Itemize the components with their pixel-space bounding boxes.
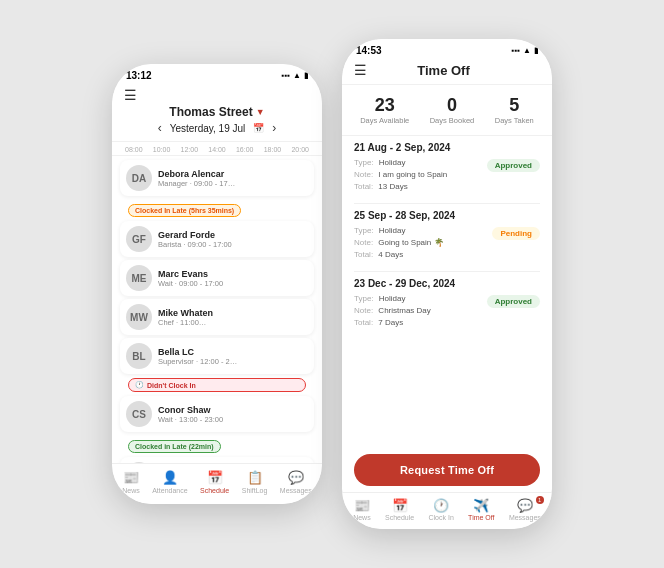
schedule-icon: 📅: [207, 470, 223, 485]
right-nav-clockin[interactable]: 🕐 Clock In: [429, 498, 454, 521]
signal-icon: ▪▪▪: [282, 71, 291, 80]
entry-note-value: Going to Spain 🌴: [378, 238, 443, 247]
right-nav-messages[interactable]: 💬 1 Messages: [509, 498, 541, 521]
entry-type-value: Holiday: [379, 158, 406, 167]
note-label: Note:: [354, 170, 373, 179]
entry-total-value: 4 Days: [378, 250, 403, 259]
late-badge: Clocked In Late (5hrs 35mins): [128, 204, 241, 217]
divider-1: [354, 203, 540, 204]
schedule-icon: 📅: [392, 498, 408, 513]
entry-type-1: Type: Holiday: [354, 157, 487, 169]
stat-taken: 5 Days Taken: [495, 95, 534, 125]
stat-booked: 0 Days Booked: [430, 95, 475, 125]
employee-name: Gerard Forde: [158, 230, 308, 240]
nav-label: News: [353, 514, 371, 521]
entry-row-1: Type: Holiday Note: I am going to Spain …: [354, 157, 540, 193]
schedule-info: Mike Whaten Chef · 11:00…: [158, 308, 308, 327]
timeline-hours: 08:00 10:00 12:00 14:00 16:00 18:00 20:0…: [112, 142, 322, 156]
entry-date-3: 23 Dec - 29 Dec, 2024: [354, 278, 540, 289]
entry-note-value: I am going to Spain: [378, 170, 447, 179]
entry-details-2: Type: Holiday Note: Going to Spain 🌴 Tot…: [354, 225, 492, 261]
avatar: DA: [126, 165, 152, 191]
nav-news[interactable]: 📰 News: [122, 470, 140, 494]
time-off-entries: 21 Aug - 2 Sep, 2024 Type: Holiday Note:…: [342, 136, 552, 446]
right-nav-news[interactable]: 📰 News: [353, 498, 371, 521]
nav-messages[interactable]: 💬 Messages: [280, 470, 312, 494]
nav-shiftlog[interactable]: 📋 ShiftLog: [242, 470, 268, 494]
hour-1400: 14:00: [203, 146, 231, 153]
next-day-button[interactable]: ›: [272, 121, 276, 135]
stat-booked-label: Days Booked: [430, 116, 475, 125]
clock-icon: 🕐: [135, 381, 144, 389]
employee-name: Mike Whaten: [158, 308, 308, 318]
schedule-info: Conor Shaw Wait · 13:00 - 23:00: [158, 405, 308, 424]
list-item[interactable]: ME Marc Evans Wait · 09:00 - 17:00: [120, 260, 314, 296]
right-header: ☰ Time Off: [342, 58, 552, 85]
hour-2000: 20:00: [286, 146, 314, 153]
role-time: Manager · 09:00 - 17…: [158, 179, 308, 188]
right-status-time: 14:53: [356, 45, 382, 56]
location-title[interactable]: Thomas Street ▼: [169, 105, 264, 119]
entry-total-1: Total: 13 Days: [354, 181, 487, 193]
badge-clocked-in-late-orange: Clocked In Late (5hrs 35mins): [120, 199, 314, 218]
right-nav-timeoff[interactable]: ✈️ Time Off: [468, 498, 494, 521]
shiftlog-icon: 📋: [247, 470, 263, 485]
right-nav-schedule[interactable]: 📅 Schedule: [385, 498, 414, 521]
left-screen: 13:12 ▪▪▪ ▲ ▮ ☰ Thomas Street ▼ ‹ Yester…: [112, 64, 322, 504]
entry-type-value: Holiday: [379, 294, 406, 303]
list-item[interactable]: DA Debora Alencar Manager · 09:00 - 17…: [120, 160, 314, 196]
hour-0800: 08:00: [120, 146, 148, 153]
schedule-list: DA Debora Alencar Manager · 09:00 - 17… …: [112, 156, 322, 463]
attendance-icon: 👤: [162, 470, 178, 485]
time-off-entry-2[interactable]: 25 Sep - 28 Sep, 2024 Type: Holiday Note…: [354, 210, 540, 261]
avatar: ME: [126, 265, 152, 291]
location-name: Thomas Street: [169, 105, 252, 119]
right-screen: 14:53 ▪▪▪ ▲ ▮ ☰ Time Off 23 Days Availab…: [342, 39, 552, 529]
nav-schedule-label: Schedule: [200, 487, 229, 494]
right-hamburger-icon[interactable]: ☰: [354, 62, 367, 78]
list-item[interactable]: CS Conor Shaw Wait · 13:00 - 23:00: [120, 396, 314, 432]
left-status-time: 13:12: [126, 70, 152, 81]
list-item[interactable]: BL Bella LC Supervisor · 12:00 - 2…: [120, 338, 314, 374]
list-item[interactable]: GF Gerard Forde Barista · 09:00 - 17:00: [120, 221, 314, 257]
right-phone: 14:53 ▪▪▪ ▲ ▮ ☰ Time Off 23 Days Availab…: [342, 39, 552, 529]
entry-row-3: Type: Holiday Note: Christmas Day Total:…: [354, 293, 540, 329]
prev-day-button[interactable]: ‹: [158, 121, 162, 135]
type-label: Type:: [354, 226, 374, 235]
wifi-icon: ▲: [293, 71, 301, 80]
stat-available-value: 23: [360, 95, 409, 116]
entry-row-2: Type: Holiday Note: Going to Spain 🌴 Tot…: [354, 225, 540, 261]
date-navigation: ‹ Yesterday, 19 Jul 📅 ›: [158, 121, 277, 135]
nav-attendance[interactable]: 👤 Attendance: [152, 470, 187, 494]
left-status-bar: 13:12 ▪▪▪ ▲ ▮: [112, 64, 322, 83]
right-status-icons: ▪▪▪ ▲ ▮: [512, 46, 538, 55]
time-off-stats: 23 Days Available 0 Days Booked 5 Days T…: [342, 85, 552, 136]
late-badge-green: Clocked in Late (22min): [128, 440, 221, 453]
avatar: MW: [126, 304, 152, 330]
entry-date-1: 21 Aug - 2 Sep, 2024: [354, 142, 540, 153]
type-label: Type:: [354, 294, 374, 303]
time-off-entry-1[interactable]: 21 Aug - 2 Sep, 2024 Type: Holiday Note:…: [354, 142, 540, 193]
role-time: Chef · 11:00…: [158, 318, 308, 327]
list-item[interactable]: MW Mike Whaten Chef · 11:00…: [120, 299, 314, 335]
left-header: ☰ Thomas Street ▼ ‹ Yesterday, 19 Jul 📅 …: [112, 83, 322, 142]
entry-details-1: Type: Holiday Note: I am going to Spain …: [354, 157, 487, 193]
timeoff-icon: ✈️: [473, 498, 489, 513]
entry-total-value: 7 Days: [378, 318, 403, 327]
schedule-info: Marc Evans Wait · 09:00 - 17:00: [158, 269, 308, 288]
stat-taken-value: 5: [495, 95, 534, 116]
status-badge-1: Approved: [487, 159, 540, 172]
page-title: Time Off: [417, 63, 470, 78]
nav-schedule[interactable]: 📅 Schedule: [200, 470, 229, 494]
request-time-off-button[interactable]: Request Time Off: [354, 454, 540, 486]
status-badge-2: Pending: [492, 227, 540, 240]
entry-note-1: Note: I am going to Spain: [354, 169, 487, 181]
nav-label: Time Off: [468, 514, 494, 521]
entry-total-2: Total: 4 Days: [354, 249, 492, 261]
time-off-entry-3[interactable]: 23 Dec - 29 Dec, 2024 Type: Holiday Note…: [354, 278, 540, 329]
hamburger-icon[interactable]: ☰: [124, 87, 137, 103]
calendar-icon[interactable]: 📅: [253, 123, 264, 133]
stat-available-label: Days Available: [360, 116, 409, 125]
total-label: Total:: [354, 182, 373, 191]
role-time: Wait · 13:00 - 23:00: [158, 415, 308, 424]
